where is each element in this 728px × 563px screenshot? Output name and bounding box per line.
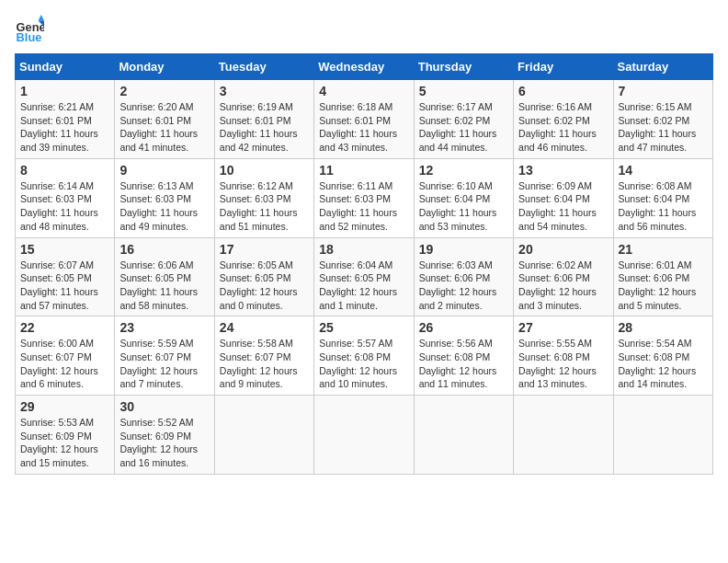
svg-text:Blue: Blue: [17, 30, 42, 44]
day-info: Sunrise: 6:17 AMSunset: 6:02 PMDaylight:…: [419, 100, 508, 155]
day-number: 10: [220, 163, 309, 178]
day-number: 27: [518, 320, 608, 335]
calendar-day: 20 Sunrise: 6:02 AMSunset: 6:06 PMDaylig…: [514, 237, 613, 316]
day-number: 13: [518, 163, 608, 178]
day-number: 24: [220, 320, 309, 335]
calendar-day: 12 Sunrise: 6:10 AMSunset: 6:04 PMDaylig…: [414, 158, 513, 237]
day-info: Sunrise: 6:21 AMSunset: 6:01 PMDaylight:…: [20, 100, 109, 155]
calendar-day: 8 Sunrise: 6:14 AMSunset: 6:03 PMDayligh…: [16, 158, 115, 237]
day-info: Sunrise: 5:56 AMSunset: 6:08 PMDaylight:…: [419, 337, 508, 391]
page-header: General Blue: [15, 15, 713, 44]
day-info: Sunrise: 6:06 AMSunset: 6:05 PMDaylight:…: [119, 259, 209, 313]
calendar-day: 13 Sunrise: 6:09 AMSunset: 6:04 PMDaylig…: [514, 158, 613, 237]
calendar-day: [514, 396, 613, 475]
day-info: Sunrise: 6:04 AMSunset: 6:05 PMDaylight:…: [319, 259, 408, 313]
calendar-day: 7 Sunrise: 6:15 AMSunset: 6:02 PMDayligh…: [613, 80, 712, 159]
calendar-day: 3 Sunrise: 6:19 AMSunset: 6:01 PMDayligh…: [214, 80, 313, 159]
day-number: 26: [419, 320, 508, 335]
day-info: Sunrise: 6:03 AMSunset: 6:06 PMDaylight:…: [419, 259, 508, 313]
calendar-day: 18 Sunrise: 6:04 AMSunset: 6:05 PMDaylig…: [314, 237, 414, 316]
day-header-friday: Friday: [514, 54, 613, 80]
calendar-day: 9 Sunrise: 6:13 AMSunset: 6:03 PMDayligh…: [115, 158, 214, 237]
calendar-week-5: 29 Sunrise: 5:53 AMSunset: 6:09 PMDaylig…: [16, 396, 713, 475]
calendar-day: [414, 396, 513, 475]
calendar-day: 5 Sunrise: 6:17 AMSunset: 6:02 PMDayligh…: [414, 80, 513, 159]
day-info: Sunrise: 5:53 AMSunset: 6:09 PMDaylight:…: [20, 416, 109, 470]
day-number: 8: [20, 163, 109, 178]
day-info: Sunrise: 6:18 AMSunset: 6:01 PMDaylight:…: [319, 100, 408, 155]
calendar-day: 25 Sunrise: 5:57 AMSunset: 6:08 PMDaylig…: [314, 316, 414, 396]
calendar-day: 15 Sunrise: 6:07 AMSunset: 6:05 PMDaylig…: [16, 237, 115, 316]
day-number: 19: [419, 242, 508, 257]
day-info: Sunrise: 6:20 AMSunset: 6:01 PMDaylight:…: [119, 100, 209, 155]
day-number: 25: [319, 320, 408, 335]
day-number: 29: [20, 399, 109, 414]
calendar-day: 10 Sunrise: 6:12 AMSunset: 6:03 PMDaylig…: [214, 158, 313, 237]
day-header-thursday: Thursday: [414, 54, 513, 80]
calendar-week-2: 8 Sunrise: 6:14 AMSunset: 6:03 PMDayligh…: [16, 158, 713, 237]
calendar-day: 21 Sunrise: 6:01 AMSunset: 6:06 PMDaylig…: [613, 237, 712, 316]
calendar-day: 30 Sunrise: 5:52 AMSunset: 6:09 PMDaylig…: [115, 396, 214, 475]
day-number: 7: [619, 84, 708, 98]
calendar-day: 16 Sunrise: 6:06 AMSunset: 6:05 PMDaylig…: [115, 237, 214, 316]
calendar-day: 19 Sunrise: 6:03 AMSunset: 6:06 PMDaylig…: [414, 237, 513, 316]
calendar-day: 11 Sunrise: 6:11 AMSunset: 6:03 PMDaylig…: [314, 158, 414, 237]
day-info: Sunrise: 6:00 AMSunset: 6:07 PMDaylight:…: [20, 337, 109, 391]
day-info: Sunrise: 5:55 AMSunset: 6:08 PMDaylight:…: [518, 337, 608, 391]
day-header-sunday: Sunday: [16, 54, 115, 80]
calendar-week-3: 15 Sunrise: 6:07 AMSunset: 6:05 PMDaylig…: [16, 237, 713, 316]
day-number: 22: [20, 320, 109, 335]
day-info: Sunrise: 6:10 AMSunset: 6:04 PMDaylight:…: [419, 179, 508, 234]
day-info: Sunrise: 5:54 AMSunset: 6:08 PMDaylight:…: [619, 337, 708, 391]
calendar-week-4: 22 Sunrise: 6:00 AMSunset: 6:07 PMDaylig…: [16, 316, 713, 396]
day-number: 14: [619, 163, 708, 178]
day-number: 23: [119, 320, 209, 335]
day-number: 30: [119, 399, 209, 414]
calendar-day: [314, 396, 414, 475]
day-header-saturday: Saturday: [613, 54, 712, 80]
calendar-day: 26 Sunrise: 5:56 AMSunset: 6:08 PMDaylig…: [414, 316, 513, 396]
day-info: Sunrise: 6:14 AMSunset: 6:03 PMDaylight:…: [20, 179, 109, 234]
calendar-day: 23 Sunrise: 5:59 AMSunset: 6:07 PMDaylig…: [115, 316, 214, 396]
day-info: Sunrise: 6:13 AMSunset: 6:03 PMDaylight:…: [119, 179, 209, 234]
day-number: 17: [220, 242, 309, 257]
day-info: Sunrise: 6:16 AMSunset: 6:02 PMDaylight:…: [518, 100, 608, 155]
calendar-day: 1 Sunrise: 6:21 AMSunset: 6:01 PMDayligh…: [16, 80, 115, 159]
svg-marker-2: [39, 15, 44, 20]
calendar-day: 22 Sunrise: 6:00 AMSunset: 6:07 PMDaylig…: [16, 316, 115, 396]
calendar-day: [214, 396, 313, 475]
day-info: Sunrise: 6:11 AMSunset: 6:03 PMDaylight:…: [319, 179, 408, 234]
calendar-day: 24 Sunrise: 5:58 AMSunset: 6:07 PMDaylig…: [214, 316, 313, 396]
day-header-wednesday: Wednesday: [314, 54, 414, 80]
day-header-monday: Monday: [115, 54, 214, 80]
day-header-tuesday: Tuesday: [214, 54, 313, 80]
day-info: Sunrise: 5:59 AMSunset: 6:07 PMDaylight:…: [119, 337, 209, 391]
day-number: 9: [119, 163, 209, 178]
day-info: Sunrise: 6:09 AMSunset: 6:04 PMDaylight:…: [518, 179, 608, 234]
calendar-week-1: 1 Sunrise: 6:21 AMSunset: 6:01 PMDayligh…: [16, 80, 713, 159]
day-number: 1: [20, 84, 109, 98]
day-info: Sunrise: 6:05 AMSunset: 6:05 PMDaylight:…: [220, 259, 309, 313]
calendar-day: 2 Sunrise: 6:20 AMSunset: 6:01 PMDayligh…: [115, 80, 214, 159]
calendar-day: [613, 396, 712, 475]
logo-icon: General Blue: [15, 15, 44, 44]
day-number: 12: [419, 163, 508, 178]
calendar-day: 14 Sunrise: 6:08 AMSunset: 6:04 PMDaylig…: [613, 158, 712, 237]
calendar-day: 28 Sunrise: 5:54 AMSunset: 6:08 PMDaylig…: [613, 316, 712, 396]
day-number: 2: [119, 84, 209, 98]
day-info: Sunrise: 6:08 AMSunset: 6:04 PMDaylight:…: [619, 179, 708, 234]
logo: General Blue: [15, 15, 44, 44]
day-info: Sunrise: 6:02 AMSunset: 6:06 PMDaylight:…: [518, 259, 608, 313]
calendar-day: 17 Sunrise: 6:05 AMSunset: 6:05 PMDaylig…: [214, 237, 313, 316]
day-info: Sunrise: 6:15 AMSunset: 6:02 PMDaylight:…: [619, 100, 708, 155]
day-number: 20: [518, 242, 608, 257]
calendar-day: 27 Sunrise: 5:55 AMSunset: 6:08 PMDaylig…: [514, 316, 613, 396]
day-number: 4: [319, 84, 408, 98]
day-number: 16: [119, 242, 209, 257]
day-number: 15: [20, 242, 109, 257]
calendar-day: 29 Sunrise: 5:53 AMSunset: 6:09 PMDaylig…: [16, 396, 115, 475]
day-info: Sunrise: 6:19 AMSunset: 6:01 PMDaylight:…: [220, 100, 309, 155]
day-number: 28: [619, 320, 708, 335]
day-info: Sunrise: 6:07 AMSunset: 6:05 PMDaylight:…: [20, 259, 109, 313]
day-number: 21: [619, 242, 708, 257]
